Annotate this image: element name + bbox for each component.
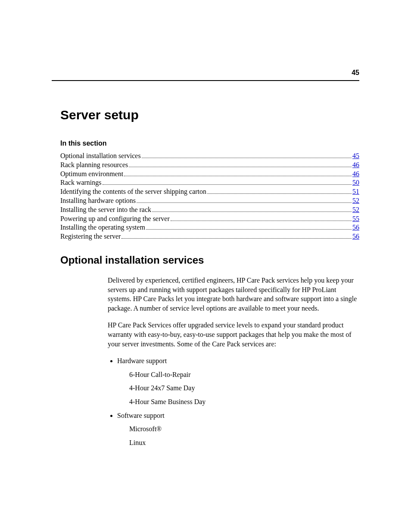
toc-leader-dots [124,170,352,176]
toc-label: Installing hardware options [60,196,136,205]
toc-label: Powering up and configuring the server [60,215,170,224]
sub-list-item: Linux [129,438,359,448]
toc-label: Installing the operating system [60,223,145,232]
sub-list-item: 6-Hour Call-to-Repair [129,370,359,380]
toc-label: Installing the server into the rack [60,205,151,215]
toc-label: Optimum environment [60,170,123,179]
toc-leader-dots [146,224,352,230]
sub-list-item: Microsoft® [129,424,359,434]
section-heading: Optional installation services [60,254,359,266]
bullet-list: Hardware support6-Hour Call-to-Repair4-H… [108,356,359,447]
toc-row: Identifying the contents of the server s… [60,187,359,196]
toc-row: Installing the operating system56 [60,223,359,232]
sub-list-item: 4-Hour Same Business Day [129,397,359,407]
toc-page-link[interactable]: 46 [352,170,359,179]
toc-leader-dots [171,215,352,221]
toc-leader-dots [207,188,352,194]
bullet-label: Hardware support [117,357,167,364]
toc-page-link[interactable]: 52 [352,205,359,215]
in-this-section-label: In this section [60,140,359,147]
sub-list-item: 4-Hour 24x7 Same Day [129,383,359,393]
toc-label: Rack warnings [60,178,102,187]
toc-page-link[interactable]: 52 [352,196,359,205]
toc-row: Optimum environment46 [60,170,359,179]
toc-leader-dots [137,197,352,203]
paragraph: Delivered by experienced, certified engi… [108,276,359,313]
toc-row: Powering up and configuring the server55 [60,215,359,224]
toc-row: Registering the server56 [60,232,359,241]
toc-row: Rack warnings50 [60,178,359,187]
toc-page-link[interactable]: 45 [352,152,359,161]
toc-row: Installing hardware options52 [60,196,359,205]
toc-page-link[interactable]: 51 [352,187,359,196]
toc-page-link[interactable]: 50 [352,178,359,187]
document-page: 45 Server setup In this section Optional… [0,0,411,532]
toc-page-link[interactable]: 55 [352,215,359,224]
header-rule [52,80,359,81]
toc-leader-dots [129,161,352,167]
toc-label: Optional installation services [60,152,141,161]
toc-page-link[interactable]: 56 [352,223,359,232]
paragraph: HP Care Pack Services offer upgraded ser… [108,320,359,348]
chapter-title: Server setup [60,108,359,122]
body-content: Delivered by experienced, certified engi… [108,276,359,447]
toc-leader-dots [152,206,352,212]
page-number: 45 [352,69,359,77]
toc-row: Installing the server into the rack52 [60,205,359,215]
bullet-label: Software support [117,412,165,419]
sub-list: Microsoft®Linux [117,424,359,447]
bullet-item: Software supportMicrosoft®Linux [117,411,359,448]
toc-row: Optional installation services45 [60,152,359,161]
toc-label: Identifying the contents of the server s… [60,187,206,196]
bullet-item: Hardware support6-Hour Call-to-Repair4-H… [117,356,359,406]
toc-row: Rack planning resources46 [60,161,359,170]
toc-leader-dots [121,233,352,239]
toc-leader-dots [103,179,352,185]
table-of-contents: Optional installation services45Rack pla… [60,152,359,241]
toc-page-link[interactable]: 46 [352,161,359,170]
toc-leader-dots [142,152,352,158]
toc-page-link[interactable]: 56 [352,232,359,241]
toc-label: Registering the server [60,232,121,241]
toc-label: Rack planning resources [60,161,128,170]
sub-list: 6-Hour Call-to-Repair4-Hour 24x7 Same Da… [117,370,359,407]
